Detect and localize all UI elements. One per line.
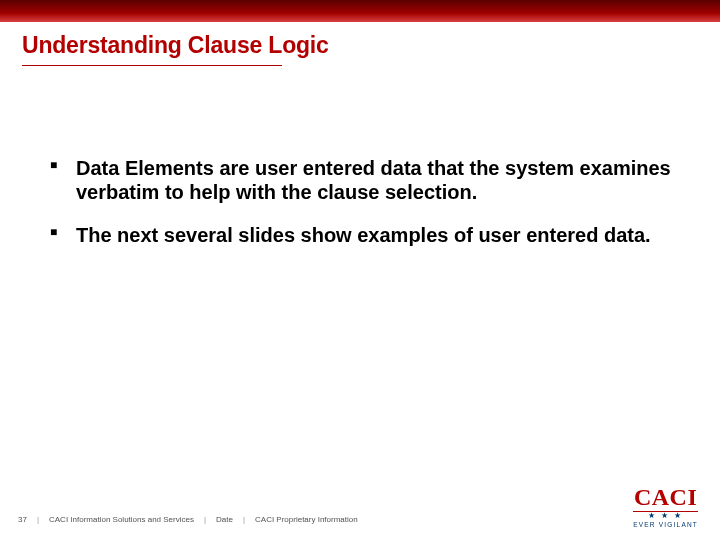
- logo-text: CACI: [633, 485, 698, 509]
- footer-date: Date: [216, 515, 233, 524]
- bullet-item: Data Elements are user entered data that…: [50, 156, 682, 205]
- footer-separator: |: [243, 515, 245, 524]
- footer: 37 | CACI Information Solutions and Serv…: [0, 498, 720, 540]
- footer-classification: CACI Proprietary Information: [255, 515, 358, 524]
- slide-title: Understanding Clause Logic: [22, 32, 698, 59]
- slide: Understanding Clause Logic Data Elements…: [0, 0, 720, 540]
- footer-org: CACI Information Solutions and Services: [49, 515, 194, 524]
- header-gradient-bar: [0, 0, 720, 22]
- title-area: Understanding Clause Logic: [0, 22, 720, 66]
- footer-separator: |: [204, 515, 206, 524]
- footer-left: 37 | CACI Information Solutions and Serv…: [18, 515, 358, 524]
- footer-separator: |: [37, 515, 39, 524]
- bullet-item: The next several slides show examples of…: [50, 223, 682, 247]
- company-logo: CACI ★ ★ ★ EVER VIGILANT: [633, 485, 698, 528]
- logo-stars-icon: ★ ★ ★: [633, 511, 698, 520]
- logo-tagline: EVER VIGILANT: [633, 521, 698, 528]
- bullet-list: Data Elements are user entered data that…: [50, 156, 682, 247]
- content-area: Data Elements are user entered data that…: [0, 66, 720, 247]
- page-number: 37: [18, 515, 27, 524]
